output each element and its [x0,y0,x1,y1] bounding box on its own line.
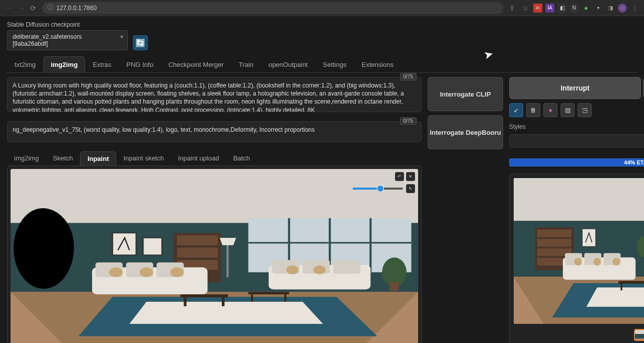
svg-point-21 [170,268,184,278]
refresh-checkpoint-button[interactable]: 🔄 [133,35,148,50]
pink-dot-icon: ● [548,107,552,114]
tab-img2img[interactable]: img2img [43,56,85,72]
extensions-puzzle-icon[interactable]: ✦ [594,4,603,13]
main-tabs: txt2img img2img Extras PNG Info Checkpoi… [7,56,637,73]
svg-rect-39 [389,282,399,291]
svg-rect-30 [222,297,224,306]
interrogate-deepbooru-button[interactable]: Interrogate DeepBooru [428,115,503,149]
subtab-sketch[interactable]: Sketch [46,151,80,165]
trash-icon: 🗑 [530,107,536,114]
svg-point-26 [286,266,298,275]
progress-bar: 44% ETA: 13s [509,158,644,166]
svg-rect-78 [635,330,644,334]
styles-select[interactable]: × ▾ [509,134,644,147]
card-icon: ▤ [565,107,571,114]
subtab-inpaint[interactable]: Inpaint [80,151,117,165]
svg-marker-37 [220,238,236,245]
tool-btn-4[interactable]: ▤ [560,103,575,117]
back-button[interactable]: ← [4,3,14,13]
tab-extras[interactable]: Extras [85,56,119,72]
subtab-inpaint-upload[interactable]: Inpaint upload [171,151,226,165]
svg-rect-25 [333,260,360,274]
negative-prompt-input[interactable] [7,121,422,142]
styles-label: Styles [509,123,644,130]
svg-rect-13 [177,247,218,258]
svg-point-60 [574,258,582,266]
tab-settings[interactable]: Settings [315,56,354,72]
svg-marker-5 [129,302,323,324]
brush-tool-button[interactable]: ✎ [406,184,415,193]
tab-txt2img[interactable]: txt2img [7,56,43,72]
clear-canvas-button[interactable]: ✕ [406,172,415,181]
svg-rect-28 [181,294,228,297]
subtab-inpaint-sketch[interactable]: Inpaint sketch [116,151,171,165]
checkpoint-select[interactable]: deliberate_v2.safetensors [9aba26abdf] [7,30,128,50]
svg-rect-35 [143,238,162,255]
tool-btn-2[interactable]: 🗑 [526,103,540,117]
url-bar[interactable]: ⓘ 127.0.0.1:7860 [42,2,503,14]
positive-prompt-input[interactable] [7,77,422,112]
svg-rect-33 [284,294,286,302]
tab-checkpoint-merger[interactable]: Checkpoint Merger [161,56,231,72]
svg-rect-12 [177,235,218,245]
menu-icon[interactable]: ⋮ [630,3,640,13]
profile-avatar[interactable] [618,4,627,13]
svg-rect-53 [537,239,572,246]
positive-token-count: 0/75 [400,73,417,80]
sidepanel-icon[interactable]: ◨ [606,4,615,13]
tool-btn-5[interactable]: ◳ [578,103,592,117]
inpaint-canvas-panel: ↶ ✕ ✎ ◂ ▸ [7,165,422,343]
browser-chrome: ← → ⟳ ⓘ 127.0.0.1:7860 ⇪ ☆ 21 IA ◧ N ◆ ✦… [0,0,644,16]
subtab-img2img[interactable]: img2img [7,151,46,165]
tab-extensions[interactable]: Extensions [354,56,401,72]
svg-rect-29 [184,297,186,306]
refresh-icon: 🔄 [135,38,145,48]
svg-rect-79 [635,334,644,338]
output-thumbnail[interactable] [634,329,644,341]
svg-rect-80 [635,338,644,341]
inpaint-mask-blob [14,208,74,289]
svg-point-19 [109,268,123,278]
svg-point-61 [593,258,601,266]
bookmark-icon[interactable]: ☆ [520,3,530,13]
interrogate-clip-button[interactable]: Interrogate CLIP [428,77,503,111]
extension-icon-1[interactable]: 21 [533,4,542,13]
svg-rect-34 [113,233,136,255]
extension-icon-3[interactable]: ◧ [557,4,567,13]
extension-icon-2[interactable]: IA [545,4,554,13]
checkpoint-label: Stable Diffusion checkpoint [7,21,128,28]
extension-icon-5[interactable]: ◆ [582,4,591,13]
site-info-icon[interactable]: ⓘ [47,4,53,12]
svg-rect-40 [514,178,644,221]
svg-rect-32 [251,294,253,302]
tool-btn-3[interactable]: ● [543,103,557,117]
svg-rect-72 [582,229,596,247]
output-image[interactable] [514,178,644,324]
reload-button[interactable]: ⟳ [28,3,38,13]
img2img-sub-tabs: img2img Sketch Inpaint Inpaint sketch In… [7,151,422,165]
inpaint-canvas[interactable]: ↶ ✕ ✎ [11,169,418,343]
tab-openoutpaint[interactable]: openOutpaint [261,56,315,72]
tab-pnginfo[interactable]: PNG Info [119,56,160,72]
frame-icon: ◳ [582,107,588,114]
svg-rect-36 [226,240,228,277]
subtab-batch[interactable]: Batch [226,151,257,165]
undo-button[interactable]: ↶ [395,172,404,181]
negative-token-count: 0/75 [400,117,417,125]
svg-rect-0 [11,169,418,223]
svg-rect-69 [618,281,644,284]
tool-btn-1[interactable]: ↙ [509,103,523,117]
interrupt-button[interactable]: Interrupt [509,77,641,99]
arrow-icon: ↙ [514,107,519,114]
brush-size-slider[interactable] [353,188,403,190]
svg-point-27 [313,266,326,275]
forward-button[interactable]: → [16,3,26,13]
tab-train[interactable]: Train [231,56,261,72]
share-icon[interactable]: ⇪ [507,3,517,13]
extension-icon-4[interactable]: N [570,4,579,13]
svg-rect-70 [621,284,622,291]
svg-point-62 [612,258,620,266]
svg-rect-31 [249,292,289,294]
url-text: 127.0.0.1:7860 [56,5,97,12]
svg-point-20 [140,268,153,278]
